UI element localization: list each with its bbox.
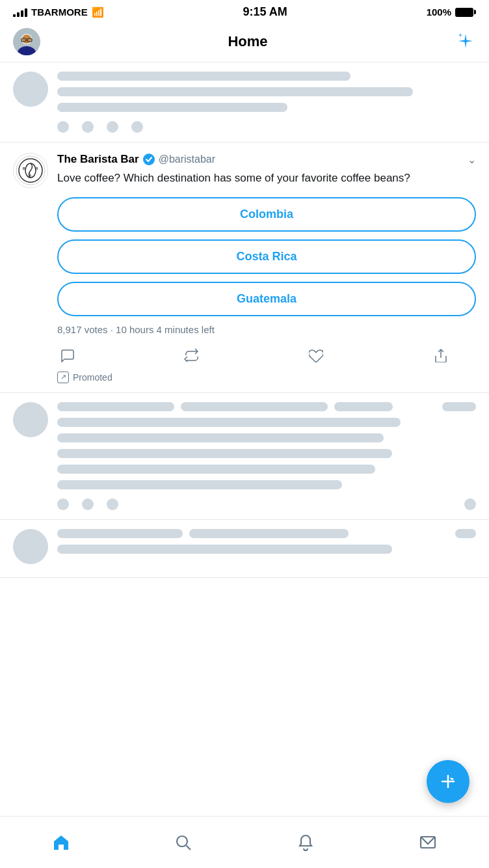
svg-point-3	[22, 34, 31, 44]
skeleton-dot	[131, 121, 143, 133]
compose-button[interactable]	[427, 760, 469, 803]
skeleton-line	[57, 418, 401, 427]
page-title: Home	[228, 33, 267, 50]
like-button[interactable]	[306, 346, 326, 365]
share-button[interactable]	[430, 346, 450, 365]
skeleton-line	[57, 449, 392, 458]
tweet-account-name[interactable]: The Barista Bar	[57, 153, 139, 166]
carrier-label: TBARMORE	[31, 7, 88, 18]
skeleton-line	[57, 465, 375, 474]
status-left: TBARMORE 📶	[13, 7, 104, 18]
skeleton-tweet-top	[0, 62, 489, 142]
svg-point-17	[177, 836, 187, 847]
user-avatar[interactable]	[13, 28, 40, 55]
sparkle-icon[interactable]	[455, 31, 476, 52]
poll-option-colombia[interactable]: Colombia	[57, 197, 476, 232]
chevron-down-icon[interactable]: ⌄	[468, 154, 476, 166]
skeleton-dot	[82, 121, 94, 133]
skeleton-tweet-middle	[0, 393, 489, 520]
svg-text:A: A	[29, 173, 32, 177]
skeleton-dot	[107, 498, 118, 510]
skeleton-line	[57, 72, 350, 81]
promoted-tweet: B R A The Barista Bar @baristabar ⌄ Love…	[0, 142, 489, 393]
skeleton-dots	[57, 121, 476, 133]
poll-option-costa-rica[interactable]: Costa Rica	[57, 239, 476, 274]
skeleton-avatar-3	[13, 529, 48, 564]
svg-point-13	[143, 154, 155, 165]
skeleton-dot	[57, 498, 69, 510]
svg-text:R: R	[36, 167, 38, 170]
battery-percent: 100%	[427, 7, 451, 18]
tweet-avatar[interactable]: B R A	[13, 153, 48, 188]
skeleton-line	[57, 103, 287, 112]
status-bar: TBARMORE 📶 9:15 AM 100%	[0, 0, 489, 23]
tweet-header: The Barista Bar @baristabar ⌄	[57, 153, 476, 166]
nav-notifications[interactable]	[284, 827, 328, 858]
skeleton-line	[57, 480, 342, 489]
tweet-body: The Barista Bar @baristabar ⌄ Love coffe…	[57, 153, 476, 383]
svg-line-18	[187, 845, 191, 850]
wifi-icon: 📶	[92, 7, 104, 18]
poll-meta: 8,917 votes · 10 hours 4 minutes left	[57, 324, 476, 335]
skeleton-dot	[464, 498, 476, 510]
signal-bars-icon	[13, 8, 27, 17]
nav-search[interactable]	[161, 827, 205, 858]
skeleton-content	[57, 72, 476, 133]
skeleton-avatar-2	[13, 402, 48, 437]
retweet-button[interactable]	[181, 346, 201, 365]
skeleton-dot	[82, 498, 94, 510]
tweet-user: The Barista Bar @baristabar	[57, 153, 215, 166]
skeleton-line	[57, 545, 392, 554]
svg-text:B: B	[23, 167, 25, 170]
skeleton-avatar	[13, 72, 48, 107]
verified-badge-icon	[143, 154, 155, 165]
skeleton-dots-2	[57, 498, 476, 510]
skeleton-dot	[57, 121, 69, 133]
promoted-icon: ↗	[57, 372, 69, 383]
skeleton-content-3	[57, 529, 476, 564]
status-time: 9:15 AM	[243, 5, 287, 19]
tweet-actions	[57, 346, 476, 365]
promoted-label: ↗ Promoted	[57, 372, 476, 383]
nav-messages[interactable]	[406, 827, 450, 858]
skeleton-dot	[107, 121, 118, 133]
battery-icon	[455, 8, 476, 17]
skeleton-content-2	[57, 402, 476, 510]
tweet-text: Love coffee? Which destination has some …	[57, 170, 476, 187]
tweet-handle: @baristabar	[159, 154, 215, 165]
comment-button[interactable]	[57, 346, 77, 365]
skeleton-line	[57, 87, 413, 96]
skeleton-line	[57, 433, 384, 442]
promoted-text: Promoted	[73, 372, 112, 383]
poll-option-guatemala[interactable]: Guatemala	[57, 282, 476, 316]
nav-home[interactable]	[39, 827, 83, 858]
skeleton-tweet-bottom	[0, 520, 489, 578]
bottom-nav	[0, 816, 489, 868]
nav-header: Home	[0, 23, 489, 62]
status-right: 100%	[427, 7, 476, 18]
